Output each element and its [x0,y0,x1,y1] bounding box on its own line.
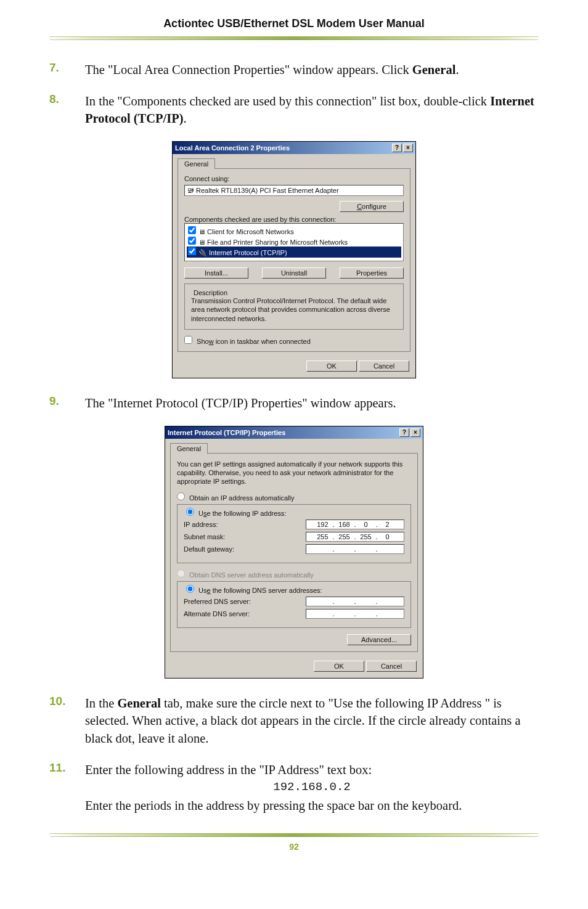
item-tcpip: Internet Protocol (TCP/IP) [209,249,287,256]
alternate-dns-label: Alternate DNS server: [184,610,250,618]
install-button[interactable]: Install... [184,267,248,279]
page-header: Actiontec USB/Ethernet DSL Modem User Ma… [49,12,539,36]
item-client: Client for Microsoft Networks [207,228,294,235]
mask-octet-1[interactable]: 255 [314,533,331,540]
mask-octet-3[interactable]: 255 [357,533,375,540]
mask-octet-4[interactable]: 0 [379,533,396,540]
subnet-mask-label: Subnet mask: [184,533,225,540]
lan-properties-dialog: Local Area Connection 2 Properties ? × G… [172,141,416,378]
step-7-text-b: . [455,63,459,76]
ip-octet-1[interactable]: 192 [314,521,331,528]
mask-octet-2[interactable]: 255 [335,533,353,540]
static-dns-label: Use the following DNS server addresses: [198,587,322,594]
show-icon-label: Show icon in taskbar when connected [197,338,311,345]
configure-button[interactable]: Configure [340,201,404,212]
properties-button[interactable]: Properties [340,267,404,279]
checkbox-client[interactable] [188,226,196,234]
list-item[interactable]: 🖥 Client for Microsoft Networks [187,226,401,236]
preferred-dns-input[interactable]: . . . [306,597,404,606]
help-icon[interactable]: ? [392,144,402,152]
checkbox-fileprint[interactable] [188,237,196,245]
step-number-11: 11. [49,761,71,815]
default-gateway-label: Default gateway: [184,545,234,553]
step-8-body: In the "Components checked are used by t… [85,92,539,128]
dialog2-title-bar: Internet Protocol (TCP/IP) Properties ? … [165,426,423,439]
dialog-title-bar: Local Area Connection 2 Properties ? × [173,142,415,154]
cancel-button[interactable]: Cancel [359,361,409,372]
step-7-text-a: The "Local Area Connection Properties" w… [85,63,412,76]
step-number-9: 9. [49,394,71,412]
auto-ip-label: Obtain an IP address automatically [189,494,294,502]
ip-octet-4[interactable]: 2 [379,521,396,528]
tab-general[interactable]: General [178,158,215,169]
ok-button-2[interactable]: OK [314,661,364,672]
step-number-10: 10. [49,695,71,748]
radio-static-ip[interactable] [186,508,194,516]
default-gateway-input[interactable]: . . . [306,544,404,554]
step-10-body: In the General tab, make sure the circle… [85,695,539,748]
close-icon[interactable]: × [410,428,420,437]
uninstall-button[interactable]: Uninstall [262,267,326,279]
radio-static-dns[interactable] [186,585,194,593]
radio-auto-dns [177,569,185,577]
step-8-text-a: In the "Components checked are used by t… [85,94,490,108]
step-number-7: 7. [49,61,71,79]
checkbox-tcpip[interactable] [188,247,196,255]
tcpip-properties-dialog: Internet Protocol (TCP/IP) Properties ? … [165,426,423,679]
tab-general-2[interactable]: General [170,443,208,454]
description-label: Description [191,289,230,296]
show-icon-checkbox[interactable] [184,336,192,344]
ip-address-label: IP address: [184,521,218,528]
description-text: Transmission Control Protocol/Internet P… [191,296,397,323]
ip-octet-3[interactable]: 0 [357,521,375,528]
step-10-bold: General [117,696,161,710]
ok-button[interactable]: OK [306,361,357,372]
step-11-line1: Enter the following address in the "IP A… [85,761,539,779]
auto-dns-label: Obtain DNS server address automatically [189,571,314,579]
list-item-selected[interactable]: 🔌 Internet Protocol (TCP/IP) [187,247,401,258]
advanced-button[interactable]: Advanced... [347,634,411,645]
ip-literal: 192.168.0.2 [273,780,350,794]
step-11-line2: Enter the periods in the address by pres… [85,797,539,815]
ip-octet-2[interactable]: 168 [335,521,353,528]
list-item[interactable]: 🖥 File and Printer Sharing for Microsoft… [187,236,401,247]
components-label: Components checked are used by this conn… [184,216,404,223]
step-number-8: 8. [49,92,71,128]
help-icon[interactable]: ? [399,428,409,437]
step-7-bold: General [412,63,456,76]
step-7-body: The "Local Area Connection Properties" w… [85,61,539,79]
subnet-mask-input[interactable]: 255. 255. 255. 0 [306,532,404,542]
ip-address-input[interactable]: 192. 168. 0. 2 [306,520,404,529]
preferred-dns-label: Preferred DNS server: [184,598,251,605]
dialog-title: Local Area Connection 2 Properties [175,144,290,152]
radio-auto-ip[interactable] [177,492,185,500]
step-11-body: Enter the following address in the "IP A… [85,761,539,815]
step-10-text-a: In the [85,696,117,710]
tcpip-intro-text: You can get IP settings assigned automat… [177,460,411,486]
adapter-field: 🖳 Realtek RTL8139(A) PCI Fast Ethernet A… [184,185,404,196]
alternate-dns-input[interactable]: . . . [306,609,404,619]
step-8-text-b: . [184,112,187,125]
components-listbox[interactable]: 🖥 Client for Microsoft Networks 🖥 File a… [184,223,404,261]
connect-using-label: Connect using: [184,175,404,182]
cancel-button-2[interactable]: Cancel [366,661,417,672]
static-ip-label: Use the following IP address: [198,510,286,517]
step-9-body: The "Internet Protocol (TCP/IP) Properti… [85,394,539,412]
item-fileprint: File and Printer Sharing for Microsoft N… [207,238,348,246]
close-icon[interactable]: × [403,144,413,152]
header-divider [49,36,539,40]
adapter-name: Realtek RTL8139(A) PCI Fast Ethernet Ada… [196,187,339,194]
page-number: 92 [49,842,539,852]
dialog2-title: Internet Protocol (TCP/IP) Properties [168,429,285,436]
footer-divider [49,833,539,837]
